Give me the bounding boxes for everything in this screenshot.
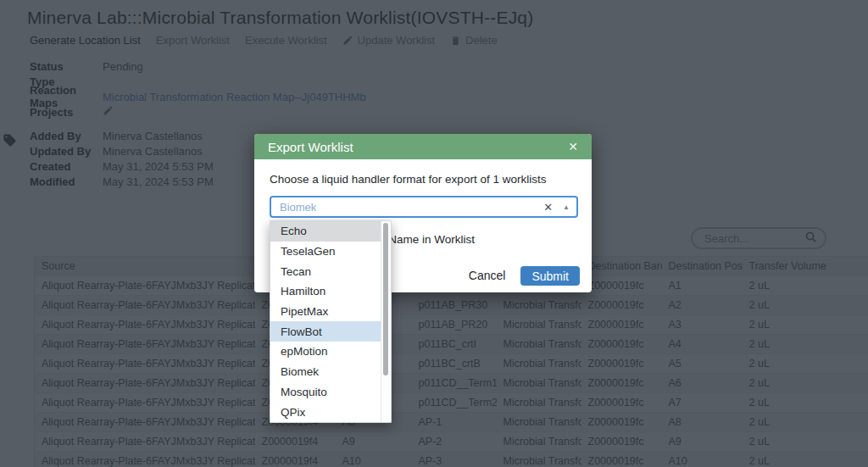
modal-footer: Cancel Submit [467,265,580,286]
dropdown-scrollbar[interactable] [381,221,391,422]
dropdown-option-epmotion[interactable]: epMotion [270,342,381,362]
dropdown-option-teselagen[interactable]: TeselaGen [270,242,381,262]
liquid-handler-select[interactable]: Biomek ✕ ▲ [270,196,578,218]
dropdown-scrollbar-thumb[interactable] [383,223,388,375]
cancel-button[interactable]: Cancel [467,265,508,286]
dropdown-option-tecan[interactable]: Tecan [270,261,381,281]
close-icon[interactable]: ✕ [568,140,578,153]
submit-button[interactable]: Submit [520,266,580,286]
dropdown-option-echo[interactable]: Echo [270,221,381,242]
dropdown-option-mosquito[interactable]: Mosquito [270,382,381,403]
clear-icon[interactable]: ✕ [543,201,553,214]
modal-header: Export Worklist ✕ [254,134,592,159]
modal-prompt: Choose a liquid handler format for expor… [270,173,546,186]
dropdown-option-pipetmax[interactable]: PipetMax [270,302,381,322]
dropdown-option-biomek[interactable]: Biomek [270,362,381,382]
chevron-up-icon[interactable]: ▲ [563,203,570,211]
modal-title: Export Worklist [268,140,353,154]
liquid-handler-select-value: Biomek [280,201,543,214]
liquid-handler-dropdown: EchoTeselaGenTecanHamiltonPipetMaxFlowBo… [270,220,392,423]
dropdown-option-hamilton[interactable]: Hamilton [270,281,381,302]
dropdown-option-qpix[interactable]: QPix [270,402,381,422]
dropdown-option-flowbot[interactable]: FlowBot [270,321,381,342]
include-name-checkbox-label: e Name in Worklist [379,233,475,246]
